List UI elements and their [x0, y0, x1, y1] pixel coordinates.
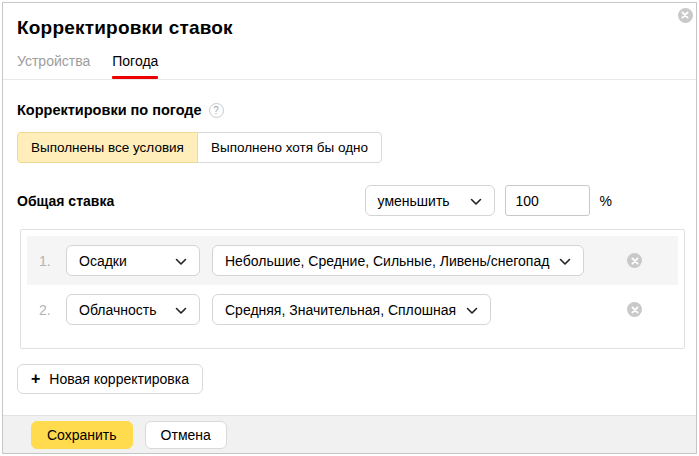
condition-row-1: 1. Осадки Небольшие, Средние, Сильные, Л… [27, 236, 678, 285]
condition-values-value: Средняя, Значительная, Сплошная [225, 302, 456, 318]
condition-parameter-select[interactable]: Облачность [66, 294, 200, 325]
condition-parameter-value: Облачность [79, 302, 156, 318]
plus-icon: + [31, 371, 40, 387]
add-adjustment-label: Новая корректировка [49, 371, 189, 387]
condition-parameter-value: Осадки [79, 253, 127, 269]
chevron-down-icon [175, 302, 187, 318]
bid-direction-value: уменьшить [378, 193, 450, 209]
page-title: Корректировки ставок [17, 17, 696, 39]
condition-row-index: 1. [39, 253, 66, 269]
total-bid-row: Общая ставка уменьшить % [17, 185, 685, 216]
tab-weather[interactable]: Погода [112, 53, 158, 79]
remove-icon [627, 302, 642, 317]
help-icon[interactable]: ? [209, 103, 224, 118]
chevron-down-icon [175, 253, 187, 269]
condition-mode-toggle: Выполнены все условия Выполнено хотя бы … [17, 132, 382, 163]
chevron-down-icon [470, 193, 482, 209]
remove-condition-button[interactable] [627, 253, 642, 269]
total-bid-label: Общая ставка [17, 193, 114, 209]
add-adjustment-button[interactable]: + Новая корректировка [17, 364, 203, 394]
dialog-footer: Сохранить Отмена [3, 415, 696, 453]
bid-direction-select[interactable]: уменьшить [365, 185, 495, 216]
tab-bar: Устройства Погода [3, 53, 696, 80]
conditions-list: 1. Осадки Небольшие, Средние, Сильные, Л… [20, 229, 685, 349]
chevron-down-icon [559, 253, 571, 269]
condition-values-select[interactable]: Небольшие, Средние, Сильные, Ливень/снег… [212, 245, 584, 276]
cancel-button[interactable]: Отмена [145, 421, 227, 449]
bid-percent-input[interactable] [505, 185, 590, 216]
remove-condition-button[interactable] [627, 302, 642, 318]
condition-row-index: 2. [39, 302, 66, 318]
weather-heading-label: Корректировки по погоде [17, 102, 202, 118]
close-icon [678, 8, 693, 23]
total-bid-controls: уменьшить % [365, 185, 612, 216]
condition-values-value: Небольшие, Средние, Сильные, Ливень/снег… [225, 253, 549, 269]
chevron-down-icon [466, 302, 478, 318]
tab-devices[interactable]: Устройства [17, 53, 90, 79]
condition-values-select[interactable]: Средняя, Значительная, Сплошная [212, 294, 491, 325]
mode-any-condition-button[interactable]: Выполнено хотя бы одно [197, 132, 382, 163]
bid-adjustments-dialog: Корректировки ставок Устройства Погода К… [2, 2, 697, 454]
save-button[interactable]: Сохранить [31, 421, 133, 449]
condition-parameter-select[interactable]: Осадки [66, 245, 200, 276]
mode-all-conditions-button[interactable]: Выполнены все условия [17, 132, 198, 163]
dialog-close-button[interactable] [677, 7, 693, 23]
remove-icon [627, 253, 642, 268]
condition-row-2: 2. Облачность Средняя, Значительная, Спл… [27, 285, 678, 334]
weather-section-heading: Корректировки по погоде ? [17, 102, 696, 118]
percent-sign: % [600, 193, 612, 209]
